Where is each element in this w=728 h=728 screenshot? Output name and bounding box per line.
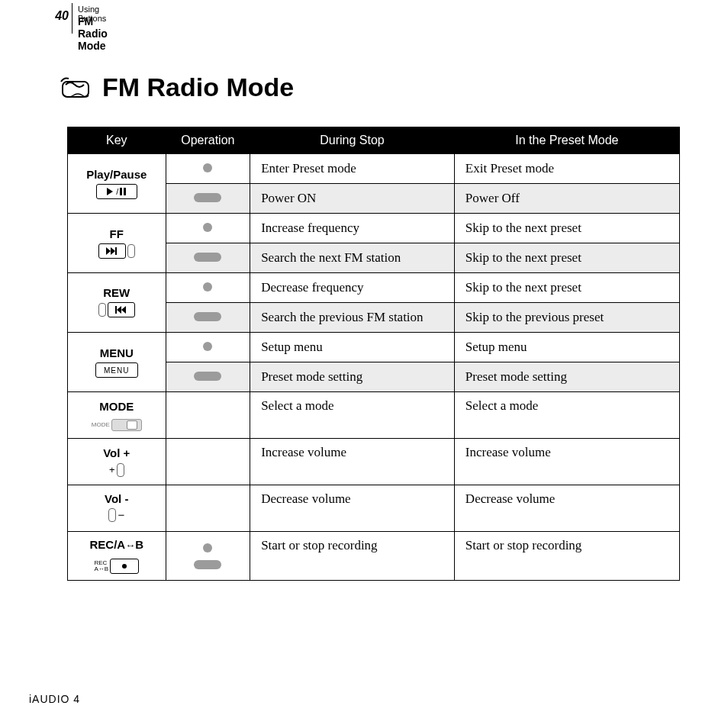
during-stop-cell: Increase volume [250, 439, 455, 485]
short-press-icon [203, 543, 212, 552]
col-key: Key [68, 127, 166, 154]
long-press-icon [194, 193, 221, 202]
preset-cell: Skip to the next preset [454, 273, 679, 303]
rew-icon [98, 306, 135, 319]
header-divider [72, 3, 72, 34]
short-press-icon [203, 223, 212, 232]
key-cell: MODEMODE [68, 392, 166, 439]
during-stop-cell: Start or stop recording [250, 532, 455, 581]
key-label: MODE [76, 400, 158, 413]
playpause-icon: / [96, 184, 137, 197]
key-label: FF [76, 227, 158, 240]
mode-icon: MODE [92, 416, 142, 429]
key-cell: Play/Pause/ [68, 154, 166, 214]
preset-cell: Start or stop recording [454, 532, 679, 581]
svg-marker-9 [121, 306, 126, 314]
operation-cell [166, 303, 250, 333]
during-stop-cell: Enter Preset mode [250, 154, 455, 184]
key-label: Vol + [76, 446, 158, 459]
svg-point-10 [122, 564, 127, 569]
during-stop-cell: Search the previous FM station [250, 303, 455, 333]
key-label: MENU [76, 346, 158, 359]
preset-cell: Exit Preset mode [454, 154, 679, 184]
svg-marker-1 [107, 188, 113, 195]
svg-marker-8 [117, 306, 121, 314]
svg-rect-7 [115, 306, 117, 314]
short-press-icon [203, 342, 212, 351]
menu-icon: MENU [95, 362, 138, 375]
short-press-icon [203, 282, 212, 292]
operation-cell [166, 214, 250, 243]
footer-product: iAUDIO 4 [29, 693, 80, 705]
svg-marker-5 [111, 247, 115, 255]
key-cell: Vol -− [68, 485, 166, 532]
during-stop-cell: Power ON [250, 184, 455, 214]
during-stop-cell: Select a mode [250, 392, 455, 439]
controls-table: Key Operation During Stop In the Preset … [67, 127, 680, 581]
operation-cell [166, 273, 250, 303]
operation-cell [166, 362, 250, 392]
key-cell: MENUMENU [68, 333, 166, 392]
during-stop-cell: Setup menu [250, 333, 455, 362]
short-press-icon [203, 163, 212, 172]
voldown-icon: − [108, 511, 124, 524]
key-cell: REW [68, 273, 166, 333]
radio-icon [60, 76, 92, 100]
preset-cell: Decrease volume [454, 485, 679, 532]
preset-cell: Select a mode [454, 392, 679, 439]
preset-cell: Skip to the previous preset [454, 303, 679, 333]
col-operation: Operation [166, 127, 250, 154]
long-press-icon [194, 372, 221, 381]
page-title: FM Radio Mode [102, 72, 294, 102]
operation-cell [166, 243, 250, 273]
page-number: 40 [46, 9, 69, 23]
during-stop-cell: Increase frequency [250, 214, 455, 243]
preset-cell: Setup menu [454, 333, 679, 362]
ff-icon [98, 244, 135, 257]
preset-cell: Skip to the next preset [454, 214, 679, 243]
during-stop-cell: Decrease volume [250, 485, 455, 532]
long-press-icon [194, 312, 221, 321]
rec-icon: RECA↔B [94, 554, 139, 567]
operation-cell [166, 154, 250, 184]
title-row: FM Radio Mode [60, 72, 294, 102]
operation-cell [166, 392, 250, 439]
long-press-icon [194, 253, 221, 262]
svg-rect-3 [124, 188, 126, 195]
during-stop-cell: Search the next FM station [250, 243, 455, 273]
key-cell: REC/ABRECA↔B [68, 532, 166, 581]
svg-rect-2 [120, 188, 122, 195]
key-cell: FF [68, 214, 166, 273]
col-preset: In the Preset Mode [454, 127, 679, 154]
preset-cell: Preset mode setting [454, 362, 679, 392]
during-stop-cell: Preset mode setting [250, 362, 455, 392]
operation-cell [166, 532, 250, 581]
svg-marker-4 [106, 247, 111, 255]
key-label: Vol - [76, 492, 158, 505]
operation-cell [166, 439, 250, 485]
preset-cell: Increase volume [454, 439, 679, 485]
operation-cell [166, 485, 250, 532]
operation-cell [166, 184, 250, 214]
key-label: REW [76, 286, 158, 299]
long-press-icon [194, 560, 221, 569]
section-title: FM Radio Mode [78, 15, 108, 52]
col-stop: During Stop [250, 127, 455, 154]
svg-rect-6 [115, 247, 117, 255]
volup-icon: + [109, 462, 124, 475]
preset-cell: Skip to the next preset [454, 243, 679, 273]
key-label: Play/Pause [76, 168, 158, 181]
during-stop-cell: Decrease frequency [250, 273, 455, 303]
operation-cell [166, 333, 250, 362]
key-label: REC/AB [76, 538, 158, 551]
key-cell: Vol ++ [68, 439, 166, 485]
preset-cell: Power Off [454, 184, 679, 214]
